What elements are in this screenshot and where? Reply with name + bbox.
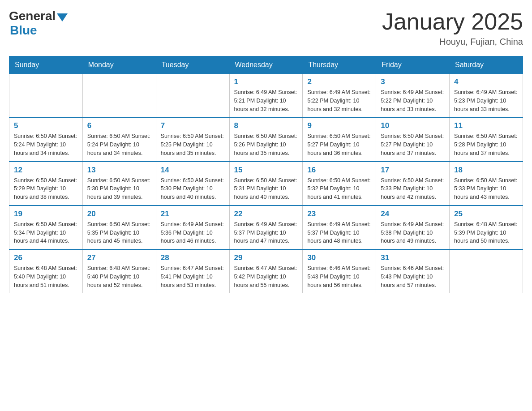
day-info: Sunrise: 6:47 AM Sunset: 5:41 PM Dayligh… (161, 264, 225, 289)
calendar-cell: 2Sunrise: 6:49 AM Sunset: 5:22 PM Daylig… (303, 74, 376, 118)
location: Houyu, Fujian, China (382, 37, 523, 47)
day-info: Sunrise: 6:50 AM Sunset: 5:27 PM Dayligh… (307, 132, 371, 157)
calendar-cell: 5Sunrise: 6:50 AM Sunset: 5:24 PM Daylig… (9, 117, 83, 161)
calendar-cell (82, 74, 156, 118)
calendar-cell: 17Sunrise: 6:50 AM Sunset: 5:33 PM Dayli… (376, 162, 450, 206)
calendar-cell: 25Sunrise: 6:48 AM Sunset: 5:39 PM Dayli… (450, 206, 523, 249)
logo-arrow-icon (57, 13, 68, 21)
calendar-cell: 30Sunrise: 6:46 AM Sunset: 5:43 PM Dayli… (303, 249, 376, 293)
day-number: 26 (14, 253, 78, 262)
calendar-week-row: 5Sunrise: 6:50 AM Sunset: 5:24 PM Daylig… (9, 117, 523, 161)
title-section: January 2025 Houyu, Fujian, China (382, 9, 523, 47)
calendar-week-row: 1Sunrise: 6:49 AM Sunset: 5:21 PM Daylig… (9, 74, 523, 118)
day-number: 27 (87, 253, 151, 262)
calendar-cell (9, 74, 83, 118)
day-number: 22 (234, 210, 298, 218)
day-number: 11 (454, 121, 518, 130)
day-info: Sunrise: 6:50 AM Sunset: 5:31 PM Dayligh… (234, 176, 298, 201)
day-info: Sunrise: 6:50 AM Sunset: 5:33 PM Dayligh… (381, 176, 445, 201)
day-info: Sunrise: 6:49 AM Sunset: 5:22 PM Dayligh… (381, 88, 445, 113)
calendar-cell: 20Sunrise: 6:50 AM Sunset: 5:35 PM Dayli… (82, 206, 156, 249)
calendar-cell (156, 74, 229, 118)
day-info: Sunrise: 6:50 AM Sunset: 5:28 PM Dayligh… (454, 132, 518, 157)
day-info: Sunrise: 6:50 AM Sunset: 5:24 PM Dayligh… (87, 132, 151, 157)
day-number: 6 (87, 121, 151, 130)
day-info: Sunrise: 6:48 AM Sunset: 5:40 PM Dayligh… (87, 264, 151, 289)
calendar-cell: 6Sunrise: 6:50 AM Sunset: 5:24 PM Daylig… (82, 117, 156, 161)
day-info: Sunrise: 6:49 AM Sunset: 5:23 PM Dayligh… (454, 88, 518, 113)
day-number: 8 (234, 121, 298, 130)
day-info: Sunrise: 6:49 AM Sunset: 5:22 PM Dayligh… (307, 88, 371, 113)
calendar-cell: 22Sunrise: 6:49 AM Sunset: 5:37 PM Dayli… (229, 206, 303, 249)
header-friday: Friday (376, 56, 450, 74)
calendar-week-row: 26Sunrise: 6:48 AM Sunset: 5:40 PM Dayli… (9, 249, 523, 293)
calendar-cell: 24Sunrise: 6:49 AM Sunset: 5:38 PM Dayli… (376, 206, 450, 249)
calendar-cell: 23Sunrise: 6:49 AM Sunset: 5:37 PM Dayli… (303, 206, 376, 249)
calendar-cell: 27Sunrise: 6:48 AM Sunset: 5:40 PM Dayli… (82, 249, 156, 293)
header-thursday: Thursday (303, 56, 376, 74)
logo: General Blue (9, 9, 68, 38)
day-info: Sunrise: 6:50 AM Sunset: 5:26 PM Dayligh… (234, 132, 298, 157)
day-info: Sunrise: 6:50 AM Sunset: 5:30 PM Dayligh… (161, 176, 225, 201)
day-number: 9 (307, 121, 371, 130)
calendar-week-row: 12Sunrise: 6:50 AM Sunset: 5:29 PM Dayli… (9, 162, 523, 206)
day-number: 1 (234, 77, 298, 86)
calendar-cell: 12Sunrise: 6:50 AM Sunset: 5:29 PM Dayli… (9, 162, 83, 206)
day-info: Sunrise: 6:50 AM Sunset: 5:24 PM Dayligh… (14, 132, 78, 157)
day-info: Sunrise: 6:50 AM Sunset: 5:33 PM Dayligh… (454, 176, 518, 201)
calendar-header-row: Sunday Monday Tuesday Wednesday Thursday… (9, 56, 523, 74)
day-number: 25 (454, 210, 518, 218)
calendar-cell: 31Sunrise: 6:46 AM Sunset: 5:43 PM Dayli… (376, 249, 450, 293)
day-number: 19 (14, 210, 78, 218)
day-info: Sunrise: 6:49 AM Sunset: 5:21 PM Dayligh… (234, 88, 298, 113)
calendar-week-row: 19Sunrise: 6:50 AM Sunset: 5:34 PM Dayli… (9, 206, 523, 249)
day-number: 24 (381, 210, 445, 218)
day-number: 4 (454, 77, 518, 86)
calendar-cell: 9Sunrise: 6:50 AM Sunset: 5:27 PM Daylig… (303, 117, 376, 161)
calendar-cell: 26Sunrise: 6:48 AM Sunset: 5:40 PM Dayli… (9, 249, 83, 293)
day-info: Sunrise: 6:48 AM Sunset: 5:39 PM Dayligh… (454, 220, 518, 245)
day-number: 2 (307, 77, 371, 86)
calendar-cell: 3Sunrise: 6:49 AM Sunset: 5:22 PM Daylig… (376, 74, 450, 118)
calendar-cell (450, 249, 523, 293)
calendar-cell: 8Sunrise: 6:50 AM Sunset: 5:26 PM Daylig… (229, 117, 303, 161)
day-info: Sunrise: 6:46 AM Sunset: 5:43 PM Dayligh… (307, 264, 371, 289)
day-info: Sunrise: 6:50 AM Sunset: 5:29 PM Dayligh… (14, 176, 78, 201)
day-info: Sunrise: 6:49 AM Sunset: 5:36 PM Dayligh… (161, 220, 225, 245)
calendar-table: Sunday Monday Tuesday Wednesday Thursday… (9, 56, 523, 293)
day-info: Sunrise: 6:48 AM Sunset: 5:40 PM Dayligh… (14, 264, 78, 289)
day-number: 31 (381, 253, 445, 262)
calendar-cell: 7Sunrise: 6:50 AM Sunset: 5:25 PM Daylig… (156, 117, 229, 161)
calendar-cell: 10Sunrise: 6:50 AM Sunset: 5:27 PM Dayli… (376, 117, 450, 161)
calendar-cell: 11Sunrise: 6:50 AM Sunset: 5:28 PM Dayli… (450, 117, 523, 161)
header-wednesday: Wednesday (229, 56, 303, 74)
calendar-cell: 28Sunrise: 6:47 AM Sunset: 5:41 PM Dayli… (156, 249, 229, 293)
page-header: General Blue January 2025 Houyu, Fujian,… (9, 9, 523, 47)
calendar-cell: 14Sunrise: 6:50 AM Sunset: 5:30 PM Dayli… (156, 162, 229, 206)
day-number: 7 (161, 121, 225, 130)
day-number: 29 (234, 253, 298, 262)
day-number: 17 (381, 166, 445, 175)
day-info: Sunrise: 6:50 AM Sunset: 5:32 PM Dayligh… (307, 176, 371, 201)
day-number: 21 (161, 210, 225, 218)
logo-general-text: General (9, 9, 56, 23)
day-info: Sunrise: 6:47 AM Sunset: 5:42 PM Dayligh… (234, 264, 298, 289)
day-number: 18 (454, 166, 518, 175)
day-number: 16 (307, 166, 371, 175)
header-tuesday: Tuesday (156, 56, 229, 74)
day-number: 5 (14, 121, 78, 130)
day-number: 13 (87, 166, 151, 175)
calendar-cell: 4Sunrise: 6:49 AM Sunset: 5:23 PM Daylig… (450, 74, 523, 118)
calendar-cell: 16Sunrise: 6:50 AM Sunset: 5:32 PM Dayli… (303, 162, 376, 206)
calendar-cell: 21Sunrise: 6:49 AM Sunset: 5:36 PM Dayli… (156, 206, 229, 249)
day-info: Sunrise: 6:50 AM Sunset: 5:25 PM Dayligh… (161, 132, 225, 157)
day-info: Sunrise: 6:50 AM Sunset: 5:27 PM Dayligh… (381, 132, 445, 157)
day-number: 15 (234, 166, 298, 175)
month-title: January 2025 (382, 9, 523, 34)
day-number: 28 (161, 253, 225, 262)
day-info: Sunrise: 6:46 AM Sunset: 5:43 PM Dayligh… (381, 264, 445, 289)
calendar-cell: 19Sunrise: 6:50 AM Sunset: 5:34 PM Dayli… (9, 206, 83, 249)
calendar-cell: 1Sunrise: 6:49 AM Sunset: 5:21 PM Daylig… (229, 74, 303, 118)
day-info: Sunrise: 6:49 AM Sunset: 5:37 PM Dayligh… (234, 220, 298, 245)
day-info: Sunrise: 6:50 AM Sunset: 5:30 PM Dayligh… (87, 176, 151, 201)
